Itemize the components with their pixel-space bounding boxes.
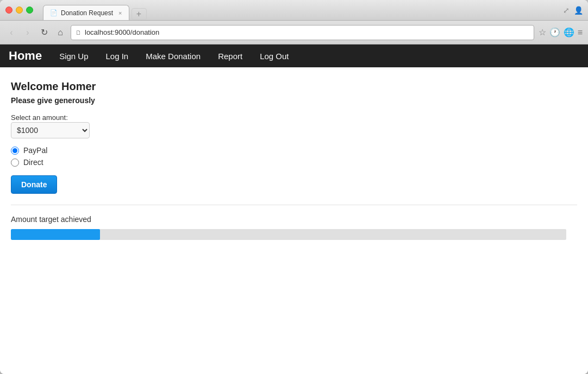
url-text: localhost:9000/donation — [85, 28, 529, 36]
nav-login[interactable]: Log In — [97, 45, 137, 67]
amount-label: Select an amount: — [11, 113, 68, 122]
network-icon[interactable]: 🌐 — [564, 27, 574, 37]
url-bar[interactable]: 🗋 localhost:9000/donation — [71, 25, 534, 40]
divider — [11, 205, 577, 205]
target-label: Amount target achieved — [11, 215, 577, 224]
page-content: Welcome Homer Please give generously Sel… — [0, 67, 588, 374]
window-controls: ⤢ 👤 — [562, 6, 583, 15]
close-button[interactable] — [5, 7, 12, 14]
minimize-button[interactable] — [16, 7, 23, 14]
url-icon: 🗋 — [76, 29, 82, 36]
history-icon[interactable]: 🕐 — [549, 27, 560, 37]
welcome-title: Welcome Homer — [11, 80, 577, 93]
address-actions: ☆ 🕐 🌐 ≡ — [539, 27, 583, 37]
traffic-lights — [5, 7, 33, 14]
new-tab-button[interactable]: + — [132, 8, 147, 20]
direct-option[interactable]: Direct — [11, 158, 577, 167]
paypal-option[interactable]: PayPal — [11, 146, 577, 155]
browser-window: 📄 Donation Request × + ⤢ 👤 ‹ › ↻ ⌂ 🗋 loc… — [0, 0, 588, 374]
nav-report[interactable]: Report — [209, 45, 251, 67]
menu-icon[interactable]: ≡ — [578, 28, 583, 37]
bookmark-icon[interactable]: ☆ — [539, 27, 546, 37]
nav-home[interactable]: Home — [9, 45, 51, 67]
back-button[interactable]: ‹ — [5, 27, 17, 39]
forward-button[interactable]: › — [22, 27, 34, 39]
tab-close-icon[interactable]: × — [118, 10, 122, 16]
title-bar: 📄 Donation Request × + ⤢ 👤 — [0, 0, 588, 21]
tab-icon: 📄 — [50, 9, 58, 16]
direct-label: Direct — [23, 158, 43, 167]
progress-bar-fill — [11, 229, 100, 240]
paypal-label: PayPal — [23, 146, 47, 155]
home-button[interactable]: ⌂ — [54, 27, 66, 39]
address-bar: ‹ › ↻ ⌂ 🗋 localhost:9000/donation ☆ 🕐 🌐 … — [0, 21, 588, 45]
tab-title: Donation Request — [61, 9, 113, 17]
progress-bar-container — [11, 229, 566, 240]
paypal-radio[interactable] — [11, 147, 19, 155]
nav-make-donation[interactable]: Make Donation — [137, 45, 209, 67]
direct-radio[interactable] — [11, 159, 19, 167]
fullscreen-icon[interactable]: ⤢ — [562, 6, 571, 15]
nav-menu: Home Sign Up Log In Make Donation Report… — [0, 45, 588, 67]
payment-options: PayPal Direct — [11, 146, 577, 167]
donate-button[interactable]: Donate — [11, 175, 57, 194]
tab-bar: 📄 Donation Request × + — [43, 0, 558, 20]
nav-logout[interactable]: Log Out — [251, 45, 297, 67]
refresh-button[interactable]: ↻ — [38, 27, 50, 39]
subtitle: Please give generously — [11, 96, 577, 105]
amount-select[interactable]: $10 $25 $50 $100 $250 $500 $1000 — [11, 122, 90, 138]
active-tab[interactable]: 📄 Donation Request × — [43, 5, 129, 20]
user-icon[interactable]: 👤 — [574, 6, 583, 15]
nav-signup[interactable]: Sign Up — [51, 45, 97, 67]
maximize-button[interactable] — [26, 7, 33, 14]
